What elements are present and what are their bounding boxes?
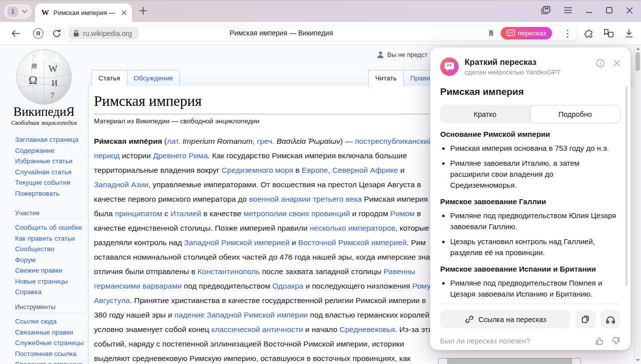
wiki-link[interactable]: лат. <box>167 137 180 145</box>
download-icon[interactable] <box>624 28 634 38</box>
tab-close-icon[interactable] <box>121 10 127 15</box>
new-tab-button[interactable] <box>139 6 147 15</box>
sidebar-link[interactable]: Содержание <box>15 147 78 154</box>
copy-summary-button[interactable] <box>575 310 596 329</box>
tab-counter[interactable]: 1 <box>4 4 32 19</box>
extensions-puzzle-icon[interactable] <box>584 28 594 38</box>
article-text: Ри́мская импе́рия (лат. Imperium Romanum… <box>94 134 440 364</box>
scroll-down-arrow[interactable] <box>636 359 640 362</box>
page-tab[interactable]: Обсуждение <box>127 70 180 86</box>
scroll-up-arrow[interactable] <box>636 47 640 50</box>
page-tab[interactable]: Статья <box>91 70 127 86</box>
wiki-link[interactable]: Италией <box>170 209 201 218</box>
empire-map-image[interactable] <box>447 359 572 364</box>
wiki-link[interactable]: Европе <box>302 166 328 174</box>
lock-icon[interactable] <box>73 29 79 37</box>
wikipedia-globe-logo[interactable]: Ω W И 7 維 <box>14 48 73 106</box>
sidebar-link[interactable]: Служебные страницы <box>15 339 85 347</box>
page-tab[interactable]: Читать <box>368 70 404 86</box>
text-run: в качестве <box>201 209 244 218</box>
back-icon[interactable] <box>11 29 20 37</box>
sidebar-link[interactable]: Сообщить об ошибке <box>15 224 85 231</box>
wiki-link[interactable]: Константинополь <box>197 267 260 276</box>
wiki-link[interactable]: метрополии своих провинций <box>243 209 350 218</box>
wiki-link[interactable]: Западной Азии <box>94 180 148 189</box>
summary-link-button[interactable]: Ссылка на пересказ <box>440 310 571 329</box>
sidebar-link[interactable]: Пожертвовать <box>15 190 78 197</box>
thumb-down-icon[interactable] <box>612 337 621 346</box>
menu-icon[interactable] <box>564 7 572 13</box>
sidebar-link[interactable]: Форум <box>15 256 85 264</box>
page-scrollbar[interactable] <box>634 45 641 364</box>
side-panel-icon[interactable] <box>541 6 551 14</box>
listen-summary-button[interactable] <box>600 310 621 329</box>
text-run: Ри́мская импе́рия <box>94 137 162 145</box>
summary-toolbar-button[interactable]: пересказ <box>501 27 552 39</box>
summary-bullet-list: Римская империя основана в 753 году до н… <box>440 143 621 191</box>
chevron-down-icon[interactable] <box>21 9 27 13</box>
wiki-link[interactable]: Средиземного моря <box>221 166 293 174</box>
sidebar-link[interactable]: Справка <box>15 288 85 296</box>
summary-link-label: Ссылка на пересказ <box>479 316 547 324</box>
sidebar-link[interactable]: Текущие события <box>15 179 78 186</box>
summary-mode-switch: Кратко Подробно <box>440 105 621 123</box>
wiki-link[interactable]: принципатом <box>115 209 162 218</box>
personal-bar-label: Вы не предст <box>387 51 428 58</box>
tab-detailed[interactable]: Подробно <box>530 105 621 123</box>
sidebar-link[interactable]: Заглавная страница <box>15 136 78 143</box>
wiki-link[interactable]: германскими варварами <box>94 282 182 290</box>
info-icon[interactable] <box>596 58 605 68</box>
close-panel-icon[interactable] <box>613 59 621 67</box>
summary-article-title: Римская империя <box>440 86 621 97</box>
wiki-link[interactable]: Западной Римской империей <box>184 238 290 247</box>
sidebar-link[interactable]: Новые страницы <box>15 278 85 285</box>
sidebar-link[interactable]: Постоянная ссылка <box>15 350 85 358</box>
close-window-icon[interactable] <box>626 7 633 14</box>
sidebar-link[interactable]: Связанные правки <box>15 329 85 336</box>
sidebar-link[interactable]: Свежие правки <box>15 267 85 274</box>
wiki-link[interactable]: Северной Африке <box>332 166 398 174</box>
personal-bar[interactable]: Вы не предст <box>377 51 428 58</box>
more-options-icon[interactable] <box>566 29 569 38</box>
sidebar-link[interactable]: Сообщество <box>15 245 85 253</box>
svg-text:7: 7 <box>50 91 54 99</box>
sidebar-link[interactable]: Избранные статьи <box>15 157 78 165</box>
wiki-link[interactable]: военной анархии третьего века <box>249 195 362 203</box>
wiki-link[interactable]: Древнего Рима <box>153 151 208 160</box>
wiki-link[interactable]: Средневековья <box>339 325 395 334</box>
tab-brief[interactable]: Кратко <box>440 105 530 123</box>
thumb-up-icon[interactable] <box>595 337 604 346</box>
summary-panel: Краткий пересказ сделан нейросетью Yande… <box>430 47 631 350</box>
wiki-link[interactable]: греч. <box>257 137 274 145</box>
summary-section-heading: Основание Римской империи <box>440 130 621 138</box>
sidebar-link[interactable]: Сведения о странице <box>15 361 85 364</box>
scrollbar-thumb[interactable] <box>636 52 640 71</box>
wiki-link[interactable]: классической античности <box>211 325 303 334</box>
browser-tab[interactable]: W Римская империя — В <box>35 3 132 22</box>
summary-bullet: Цезарь установил контроль над Галлией, р… <box>450 236 621 258</box>
sidebar-link[interactable]: Случайная статья <box>15 168 78 176</box>
sidebar-link[interactable]: Ссылки сюда <box>15 318 85 325</box>
wiki-link[interactable]: Восточной Римской империей <box>298 238 407 247</box>
summary-panel-header: Краткий пересказ сделан нейросетью Yande… <box>440 57 621 76</box>
collections-icon[interactable] <box>604 28 614 38</box>
wiki-link[interactable]: Римом <box>390 209 415 218</box>
wikipedia-wordmark[interactable]: ВикипедиЯ <box>0 105 88 119</box>
minimize-icon[interactable] <box>586 7 593 13</box>
user-icon <box>377 51 384 58</box>
wiki-link[interactable]: падение Западной Римской империи <box>174 311 308 319</box>
bookmark-icon[interactable] <box>488 29 494 37</box>
page-title: Римская империя — Википедия <box>125 29 437 37</box>
panel-scrollbar-thumb[interactable] <box>626 86 628 286</box>
wikipedia-tagline: Свободная энциклопедия <box>0 119 88 127</box>
wiki-link[interactable]: Одоакра <box>272 282 303 290</box>
speech-quote-icon <box>507 29 515 37</box>
refresh-icon[interactable] <box>52 28 61 38</box>
wiki-link[interactable]: несколько императоров <box>310 224 395 232</box>
wiki-link[interactable]: Равенны <box>384 267 415 276</box>
address-bar[interactable]: ru.wikipedia.org Римская империя — Викип… <box>65 25 578 41</box>
sidebar-link[interactable]: Как править статьи <box>15 235 85 242</box>
text-run: и <box>398 166 405 174</box>
maximize-icon[interactable] <box>606 7 613 13</box>
yandex-icon[interactable]: Я <box>33 28 43 38</box>
